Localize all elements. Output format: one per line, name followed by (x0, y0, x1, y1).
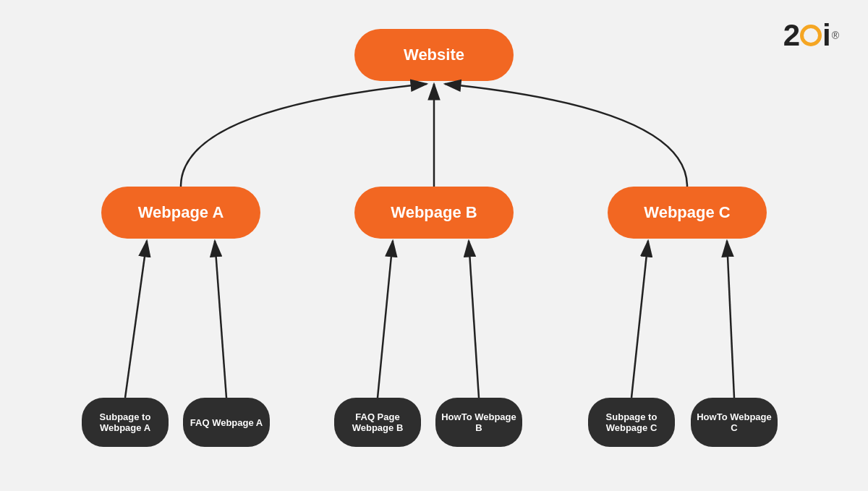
svg-line-3 (215, 241, 226, 398)
svg-line-4 (378, 241, 393, 398)
svg-line-6 (631, 241, 648, 398)
logo: 2 i ® (783, 20, 839, 51)
faq-a-node: FAQ Webpage A (183, 398, 270, 447)
logo-circle-icon (800, 25, 822, 46)
logo-text-i: i (822, 20, 830, 51)
website-node: Website (354, 29, 514, 81)
svg-line-2 (125, 241, 147, 398)
webpage-b-node: Webpage B (354, 187, 514, 239)
howto-c-node: HowTo Webpage C (691, 398, 778, 447)
svg-line-7 (727, 241, 734, 398)
logo-registered: ® (832, 30, 839, 41)
svg-line-5 (469, 241, 479, 398)
faq-b-node: FAQ Page Webpage B (334, 398, 421, 447)
logo-text-2: 2 (783, 20, 799, 51)
sub-a-node: Subpage to Webpage A (82, 398, 169, 447)
howto-b-node: HowTo Webpage B (435, 398, 522, 447)
webpage-a-node: Webpage A (101, 187, 260, 239)
sub-c-node: Subpage to Webpage C (588, 398, 675, 447)
webpage-c-node: Webpage C (608, 187, 767, 239)
